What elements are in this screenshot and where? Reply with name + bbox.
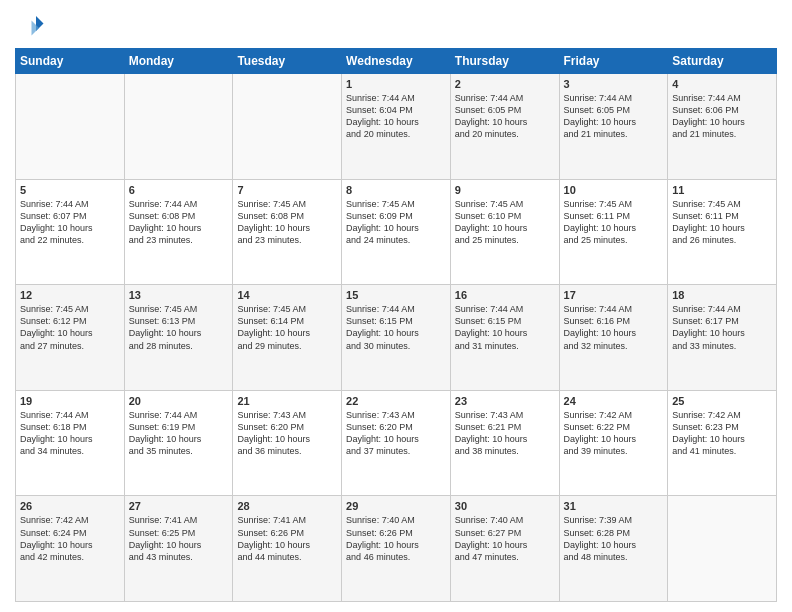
day-number: 18 [672,289,772,301]
day-info: Sunrise: 7:44 AM Sunset: 6:15 PM Dayligh… [346,303,446,352]
calendar-cell: 21Sunrise: 7:43 AM Sunset: 6:20 PM Dayli… [233,390,342,496]
calendar-cell: 22Sunrise: 7:43 AM Sunset: 6:20 PM Dayli… [342,390,451,496]
day-info: Sunrise: 7:44 AM Sunset: 6:06 PM Dayligh… [672,92,772,141]
day-number: 20 [129,395,229,407]
calendar-cell: 5Sunrise: 7:44 AM Sunset: 6:07 PM Daylig… [16,179,125,285]
calendar-cell: 28Sunrise: 7:41 AM Sunset: 6:26 PM Dayli… [233,496,342,602]
calendar-header-row: SundayMondayTuesdayWednesdayThursdayFrid… [16,49,777,74]
calendar-cell: 2Sunrise: 7:44 AM Sunset: 6:05 PM Daylig… [450,74,559,180]
weekday-header: Monday [124,49,233,74]
calendar-cell: 12Sunrise: 7:45 AM Sunset: 6:12 PM Dayli… [16,285,125,391]
day-info: Sunrise: 7:44 AM Sunset: 6:05 PM Dayligh… [564,92,664,141]
day-info: Sunrise: 7:43 AM Sunset: 6:20 PM Dayligh… [237,409,337,458]
calendar-cell: 1Sunrise: 7:44 AM Sunset: 6:04 PM Daylig… [342,74,451,180]
calendar-cell: 14Sunrise: 7:45 AM Sunset: 6:14 PM Dayli… [233,285,342,391]
day-number: 23 [455,395,555,407]
day-number: 6 [129,184,229,196]
calendar-cell: 29Sunrise: 7:40 AM Sunset: 6:26 PM Dayli… [342,496,451,602]
day-number: 15 [346,289,446,301]
day-info: Sunrise: 7:44 AM Sunset: 6:19 PM Dayligh… [129,409,229,458]
weekday-header: Friday [559,49,668,74]
day-number: 19 [20,395,120,407]
calendar-cell: 25Sunrise: 7:42 AM Sunset: 6:23 PM Dayli… [668,390,777,496]
logo [15,10,49,40]
calendar-cell: 23Sunrise: 7:43 AM Sunset: 6:21 PM Dayli… [450,390,559,496]
day-number: 25 [672,395,772,407]
day-info: Sunrise: 7:44 AM Sunset: 6:08 PM Dayligh… [129,198,229,247]
calendar-cell: 26Sunrise: 7:42 AM Sunset: 6:24 PM Dayli… [16,496,125,602]
day-number: 4 [672,78,772,90]
day-info: Sunrise: 7:43 AM Sunset: 6:21 PM Dayligh… [455,409,555,458]
weekday-header: Tuesday [233,49,342,74]
day-info: Sunrise: 7:45 AM Sunset: 6:08 PM Dayligh… [237,198,337,247]
calendar-week-row: 5Sunrise: 7:44 AM Sunset: 6:07 PM Daylig… [16,179,777,285]
calendar-cell: 19Sunrise: 7:44 AM Sunset: 6:18 PM Dayli… [16,390,125,496]
day-info: Sunrise: 7:42 AM Sunset: 6:22 PM Dayligh… [564,409,664,458]
calendar-cell: 18Sunrise: 7:44 AM Sunset: 6:17 PM Dayli… [668,285,777,391]
day-number: 5 [20,184,120,196]
day-info: Sunrise: 7:40 AM Sunset: 6:27 PM Dayligh… [455,514,555,563]
calendar-cell: 11Sunrise: 7:45 AM Sunset: 6:11 PM Dayli… [668,179,777,285]
day-info: Sunrise: 7:41 AM Sunset: 6:25 PM Dayligh… [129,514,229,563]
calendar-week-row: 26Sunrise: 7:42 AM Sunset: 6:24 PM Dayli… [16,496,777,602]
day-info: Sunrise: 7:45 AM Sunset: 6:09 PM Dayligh… [346,198,446,247]
calendar-cell [233,74,342,180]
day-number: 26 [20,500,120,512]
calendar-cell: 27Sunrise: 7:41 AM Sunset: 6:25 PM Dayli… [124,496,233,602]
calendar-cell [124,74,233,180]
day-info: Sunrise: 7:44 AM Sunset: 6:15 PM Dayligh… [455,303,555,352]
weekday-header: Sunday [16,49,125,74]
day-number: 14 [237,289,337,301]
calendar-cell [668,496,777,602]
day-info: Sunrise: 7:42 AM Sunset: 6:24 PM Dayligh… [20,514,120,563]
day-info: Sunrise: 7:45 AM Sunset: 6:13 PM Dayligh… [129,303,229,352]
header [15,10,777,40]
day-info: Sunrise: 7:44 AM Sunset: 6:07 PM Dayligh… [20,198,120,247]
day-info: Sunrise: 7:45 AM Sunset: 6:12 PM Dayligh… [20,303,120,352]
day-info: Sunrise: 7:39 AM Sunset: 6:28 PM Dayligh… [564,514,664,563]
day-number: 31 [564,500,664,512]
calendar-cell: 24Sunrise: 7:42 AM Sunset: 6:22 PM Dayli… [559,390,668,496]
day-info: Sunrise: 7:45 AM Sunset: 6:14 PM Dayligh… [237,303,337,352]
day-number: 24 [564,395,664,407]
day-info: Sunrise: 7:42 AM Sunset: 6:23 PM Dayligh… [672,409,772,458]
day-number: 29 [346,500,446,512]
day-number: 9 [455,184,555,196]
calendar-cell: 9Sunrise: 7:45 AM Sunset: 6:10 PM Daylig… [450,179,559,285]
day-number: 22 [346,395,446,407]
day-info: Sunrise: 7:45 AM Sunset: 6:11 PM Dayligh… [672,198,772,247]
calendar-week-row: 12Sunrise: 7:45 AM Sunset: 6:12 PM Dayli… [16,285,777,391]
calendar-cell: 10Sunrise: 7:45 AM Sunset: 6:11 PM Dayli… [559,179,668,285]
calendar-cell: 31Sunrise: 7:39 AM Sunset: 6:28 PM Dayli… [559,496,668,602]
calendar-cell: 3Sunrise: 7:44 AM Sunset: 6:05 PM Daylig… [559,74,668,180]
weekday-header: Saturday [668,49,777,74]
day-number: 2 [455,78,555,90]
logo-icon [15,10,45,40]
calendar-cell: 20Sunrise: 7:44 AM Sunset: 6:19 PM Dayli… [124,390,233,496]
calendar-cell: 13Sunrise: 7:45 AM Sunset: 6:13 PM Dayli… [124,285,233,391]
day-number: 17 [564,289,664,301]
calendar-cell: 7Sunrise: 7:45 AM Sunset: 6:08 PM Daylig… [233,179,342,285]
day-number: 3 [564,78,664,90]
weekday-header: Wednesday [342,49,451,74]
calendar-table: SundayMondayTuesdayWednesdayThursdayFrid… [15,48,777,602]
day-info: Sunrise: 7:43 AM Sunset: 6:20 PM Dayligh… [346,409,446,458]
calendar-cell: 8Sunrise: 7:45 AM Sunset: 6:09 PM Daylig… [342,179,451,285]
day-number: 30 [455,500,555,512]
calendar-cell: 16Sunrise: 7:44 AM Sunset: 6:15 PM Dayli… [450,285,559,391]
day-number: 28 [237,500,337,512]
calendar-cell [16,74,125,180]
day-number: 1 [346,78,446,90]
day-number: 12 [20,289,120,301]
calendar-cell: 15Sunrise: 7:44 AM Sunset: 6:15 PM Dayli… [342,285,451,391]
day-number: 16 [455,289,555,301]
day-number: 7 [237,184,337,196]
day-number: 21 [237,395,337,407]
calendar-cell: 4Sunrise: 7:44 AM Sunset: 6:06 PM Daylig… [668,74,777,180]
calendar-week-row: 1Sunrise: 7:44 AM Sunset: 6:04 PM Daylig… [16,74,777,180]
day-info: Sunrise: 7:45 AM Sunset: 6:11 PM Dayligh… [564,198,664,247]
calendar-cell: 30Sunrise: 7:40 AM Sunset: 6:27 PM Dayli… [450,496,559,602]
page: SundayMondayTuesdayWednesdayThursdayFrid… [0,0,792,612]
calendar-week-row: 19Sunrise: 7:44 AM Sunset: 6:18 PM Dayli… [16,390,777,496]
day-info: Sunrise: 7:44 AM Sunset: 6:16 PM Dayligh… [564,303,664,352]
